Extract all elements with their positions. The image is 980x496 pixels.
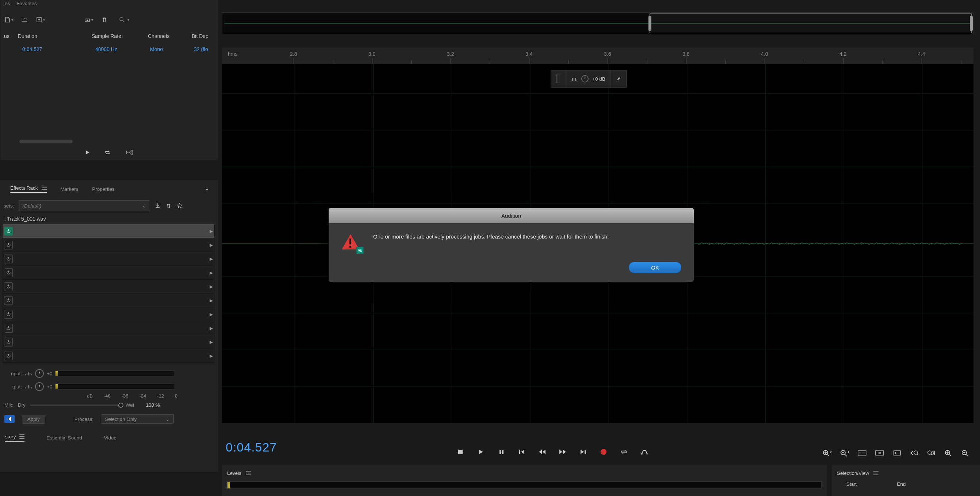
auto-play-button[interactable]	[125, 149, 134, 156]
play-button[interactable]	[476, 447, 485, 456]
fx-slot-5[interactable]: ▶	[3, 280, 214, 293]
fx-slot-9[interactable]: ▶	[3, 335, 214, 349]
hamburger-icon[interactable]	[873, 471, 878, 475]
col-channels[interactable]: Channels	[148, 33, 192, 39]
power-toggle[interactable]	[4, 310, 13, 319]
col-duration[interactable]: Duration	[18, 33, 92, 39]
zoom-out-h-button[interactable]	[840, 449, 849, 456]
loop-button[interactable]	[104, 149, 111, 156]
power-toggle[interactable]	[4, 255, 13, 263]
hud-knob[interactable]	[581, 75, 589, 82]
favorites-tab[interactable]: Favorites	[16, 1, 37, 6]
fx-slot-4[interactable]: ▶	[3, 266, 214, 280]
fx-slot-8[interactable]: ▶	[3, 321, 214, 335]
ruler-tick-label: 2.8	[290, 51, 297, 57]
go-start-button[interactable]	[517, 447, 527, 456]
power-master-toggle[interactable]	[5, 415, 14, 423]
ruler-tick-label: 4.4	[918, 51, 925, 57]
svg-rect-41	[349, 239, 351, 244]
overflow-button[interactable]: »	[205, 186, 208, 192]
fx-slot-2[interactable]: ▶	[3, 238, 214, 252]
tab-properties[interactable]: Properties	[92, 186, 115, 192]
zoom-in-left-button[interactable]	[910, 449, 919, 456]
open-file-button[interactable]	[21, 16, 28, 23]
zoom-full-button[interactable]	[858, 449, 867, 456]
power-toggle[interactable]	[4, 241, 13, 249]
zoom-out-v-button[interactable]	[960, 449, 969, 456]
process-select[interactable]: Selection Only⌄	[101, 414, 174, 424]
output-knob[interactable]	[35, 382, 44, 391]
overview[interactable]	[222, 13, 974, 34]
power-toggle[interactable]	[4, 352, 13, 360]
files-tab-cut[interactable]: es	[5, 1, 10, 6]
new-file-dropdown[interactable]: ▾	[4, 16, 13, 23]
files-hscroll[interactable]	[19, 140, 73, 143]
fx-slot-1[interactable]: ▶	[3, 224, 214, 238]
zoom-in-v-button[interactable]	[943, 449, 952, 456]
col-status[interactable]: us	[4, 33, 18, 39]
power-toggle[interactable]	[4, 338, 13, 347]
mix-label: Mix:	[5, 402, 14, 408]
col-rate[interactable]: Sample Rate	[92, 33, 148, 39]
hamburger-icon[interactable]	[246, 471, 251, 475]
fx-slot-6[interactable]: ▶	[3, 293, 214, 307]
zoom-in-point-button[interactable]	[892, 449, 902, 456]
delete-preset-button[interactable]	[165, 203, 172, 209]
selview-start: Start	[846, 482, 857, 487]
power-toggle[interactable]	[4, 282, 13, 291]
power-toggle[interactable]	[4, 227, 13, 236]
tab-history[interactable]: story	[5, 434, 24, 442]
fastfwd-button[interactable]	[558, 447, 567, 456]
dialog-title: Audition	[329, 208, 694, 223]
output-meter	[55, 383, 175, 390]
mix-slider[interactable]	[30, 404, 121, 406]
pause-button[interactable]	[496, 447, 506, 456]
play-file-button[interactable]	[84, 149, 91, 156]
power-toggle[interactable]	[4, 268, 13, 277]
skip-selection-button[interactable]	[640, 447, 649, 456]
tab-essential-sound[interactable]: Essential Sound	[46, 435, 82, 441]
input-gain: +0	[47, 371, 52, 376]
svg-point-2	[86, 20, 88, 21]
search-input[interactable]: ▾	[116, 15, 214, 24]
input-knob[interactable]	[35, 369, 44, 378]
zoom-in-h-button[interactable]	[822, 449, 832, 456]
zoom-in-right-button[interactable]	[927, 449, 935, 456]
ruler-tick-label: 3.2	[447, 51, 454, 57]
tab-effects-rack[interactable]: Effects Rack	[10, 185, 47, 193]
ok-button[interactable]: OK	[629, 262, 681, 273]
mix-pct: 100 %	[146, 402, 160, 408]
delete-button[interactable]	[101, 16, 108, 23]
favorite-preset-button[interactable]	[177, 203, 183, 209]
import-button[interactable]: ▾	[36, 16, 45, 23]
power-toggle[interactable]	[4, 296, 13, 305]
loop-playback-button[interactable]	[619, 447, 629, 456]
ruler-tick-label: 3.6	[604, 51, 611, 57]
chevron-right-icon[interactable]: ▶	[210, 229, 213, 234]
svg-rect-26	[500, 450, 501, 454]
waveform-hud[interactable]: +0 dB	[550, 70, 627, 87]
overview-selection[interactable]	[649, 14, 972, 33]
record-button-small[interactable]: ▾	[84, 16, 93, 23]
stop-button[interactable]	[456, 447, 465, 456]
hud-pin[interactable]	[611, 70, 626, 87]
col-depth[interactable]: Bit Dep	[192, 33, 221, 39]
preset-select[interactable]: (Default)⌄	[19, 200, 150, 211]
fx-slot-10[interactable]: ▶	[3, 349, 214, 363]
file-row[interactable]: 0:04.527 48000 Hz Mono 32 (flo	[0, 43, 218, 55]
rewind-button[interactable]	[538, 447, 547, 456]
zoom-selection-button[interactable]	[875, 449, 885, 456]
save-preset-button[interactable]	[154, 203, 161, 209]
time-ruler[interactable]: hms 2.83.03.23.43.63.84.04.24.4	[222, 48, 974, 64]
go-end-button[interactable]	[578, 447, 588, 456]
hud-handle[interactable]	[551, 70, 565, 87]
tab-video[interactable]: Video	[104, 435, 116, 441]
fx-slot-3[interactable]: ▶	[3, 252, 214, 266]
power-toggle[interactable]	[4, 324, 13, 333]
selview-title: Selection/View	[837, 471, 869, 476]
apply-button[interactable]: Apply	[22, 415, 45, 424]
fx-slot-7[interactable]: ▶	[3, 307, 214, 321]
alert-dialog: Audition Au One or more files are active…	[329, 208, 694, 282]
tab-markers[interactable]: Markers	[60, 186, 78, 192]
record-button[interactable]	[599, 447, 608, 456]
